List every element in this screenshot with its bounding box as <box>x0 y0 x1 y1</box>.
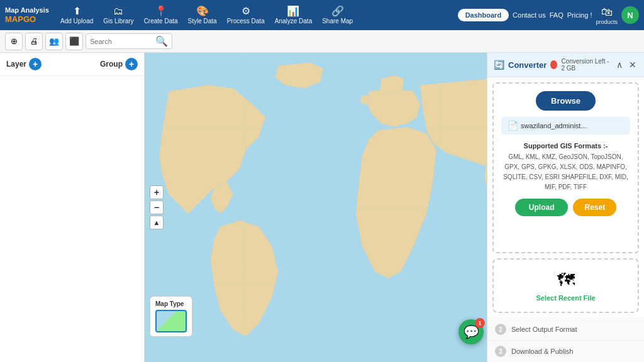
step-3-label: Download & Publish <box>511 348 573 355</box>
nav-add-upload[interactable]: ⬆ Add Upload <box>57 4 97 27</box>
products-icon: 🛍 <box>601 6 613 19</box>
supported-formats: Supported GIS Formats :- GML, KML, KMZ, … <box>501 141 630 192</box>
map-container[interactable]: + − ▲ Map Type 🛈 Attribution 🔄 Converter <box>145 53 644 362</box>
gis-library-icon: 🗂 <box>113 6 123 16</box>
pricing-link[interactable]: Pricing ! <box>567 11 592 19</box>
step-3-number: 3 <box>495 346 506 357</box>
upload-button[interactable]: Upload <box>515 199 569 216</box>
group-button[interactable]: Group + <box>100 58 138 70</box>
converter-stop-button[interactable] <box>550 60 557 69</box>
sidebar-header: Layer + Group + <box>0 53 144 76</box>
products-button[interactable]: 🛍 products <box>596 6 618 25</box>
nav-style-data[interactable]: 🎨 Style Data <box>184 4 221 27</box>
chat-badge: 1 <box>475 318 485 328</box>
analyze-data-icon: 📊 <box>287 6 299 16</box>
converter-body: Browse 📄 swaziland_administ... Supported… <box>492 82 639 253</box>
app-container: Map Analysis MAPGO ⬆ Add Upload 🗂 Gis Li… <box>0 0 644 362</box>
toolbar-icon-btn-4[interactable]: ⬛ <box>65 33 83 50</box>
search-icon: 🔍 <box>155 35 168 47</box>
group-add-icon[interactable]: + <box>125 58 138 70</box>
step-3[interactable]: 3 Download & Publish <box>487 340 644 362</box>
main-area: Layer + Group + <box>0 53 644 362</box>
logo-subtitle: MAPGO <box>5 14 36 24</box>
file-name: swaziland_administ... <box>521 122 587 129</box>
zoom-out-button[interactable]: − <box>150 200 164 214</box>
map-type-label: Map Type <box>155 300 187 307</box>
reset-button[interactable]: Reset <box>573 199 616 216</box>
chat-button[interactable]: 💬 1 <box>458 319 484 344</box>
header-right: Dashboard Contact us FAQ Pricing ! 🛍 pro… <box>458 6 639 25</box>
share-map-icon: 🔗 <box>331 6 344 16</box>
user-avatar[interactable]: N <box>621 6 639 24</box>
toolbar-icon-btn-3[interactable]: 👥 <box>45 33 63 50</box>
converter-steps: 2 Select Output Format 3 Download & Publ… <box>487 318 644 362</box>
converter-refresh-icon: 🔄 <box>494 60 504 70</box>
header: Map Analysis MAPGO ⬆ Add Upload 🗂 Gis Li… <box>0 0 644 30</box>
converter-header: 🔄 Converter Conversion Left - 2 GB ∧ ✕ <box>487 53 644 77</box>
style-data-icon: 🎨 <box>196 6 209 16</box>
layer-button[interactable]: Layer + <box>6 58 42 70</box>
map-type-widget[interactable]: Map Type <box>150 296 192 337</box>
layer-label: Layer <box>6 60 26 69</box>
map-controls: + − ▲ <box>150 185 164 229</box>
toolbar-icon-btn-2[interactable]: 🖨 <box>25 33 43 50</box>
add-upload-icon: ⬆ <box>73 6 81 16</box>
create-data-icon: 📍 <box>155 6 167 16</box>
action-buttons: Upload Reset <box>501 199 630 216</box>
search-input[interactable] <box>90 38 153 45</box>
recent-file-box[interactable]: 🗺 Select Recent File <box>492 258 639 313</box>
converter-expand-button[interactable]: ∧ <box>615 58 624 71</box>
step-2-number: 2 <box>495 324 506 335</box>
zoom-in-button[interactable]: + <box>150 185 164 199</box>
nav-gis-library[interactable]: 🗂 Gis Library <box>99 4 137 27</box>
file-badge: 📄 swaziland_administ... <box>501 117 630 134</box>
recent-file-icon: 🗺 <box>557 270 575 290</box>
step-2[interactable]: 2 Select Output Format <box>487 318 644 340</box>
move-button[interactable]: ▲ <box>150 216 164 229</box>
contact-us-link[interactable]: Contact us <box>513 11 546 19</box>
toolbar-icon-btn-1[interactable]: ⊕ <box>5 33 23 50</box>
dashboard-button[interactable]: Dashboard <box>458 9 509 21</box>
layer-add-icon[interactable]: + <box>29 58 42 70</box>
browse-button[interactable]: Browse <box>536 91 596 111</box>
logo-title: Map Analysis <box>5 6 49 14</box>
logo-brand: MAPGO <box>5 14 36 24</box>
logo-area: Map Analysis MAPGO <box>5 6 49 24</box>
conversion-left-text: Conversion Left - 2 GB <box>561 58 611 72</box>
converter-title: Converter <box>508 60 547 70</box>
converter-panel: 🔄 Converter Conversion Left - 2 GB ∧ ✕ B… <box>487 53 644 362</box>
sidebar: Layer + Group + <box>0 53 145 362</box>
group-label: Group <box>100 60 123 69</box>
map-type-thumbnail[interactable] <box>155 310 187 332</box>
process-data-icon: ⚙ <box>242 6 250 16</box>
converter-close-button[interactable]: ✕ <box>628 58 638 71</box>
step-2-label: Select Output Format <box>511 326 577 333</box>
nav-create-data[interactable]: 📍 Create Data <box>140 4 182 27</box>
file-icon: 📄 <box>508 121 518 131</box>
faq-link[interactable]: FAQ <box>550 11 564 19</box>
recent-file-label: Select Recent File <box>536 294 595 302</box>
nav-analyze-data[interactable]: 📊 Analyze Data <box>271 4 316 27</box>
toolbar: ⊕ 🖨 👥 ⬛ 🔍 <box>0 30 644 53</box>
nav-process-data[interactable]: ⚙ Process Data <box>223 4 269 27</box>
search-box[interactable]: 🔍 <box>86 33 172 49</box>
nav-share-map[interactable]: 🔗 Share Map <box>318 4 357 27</box>
